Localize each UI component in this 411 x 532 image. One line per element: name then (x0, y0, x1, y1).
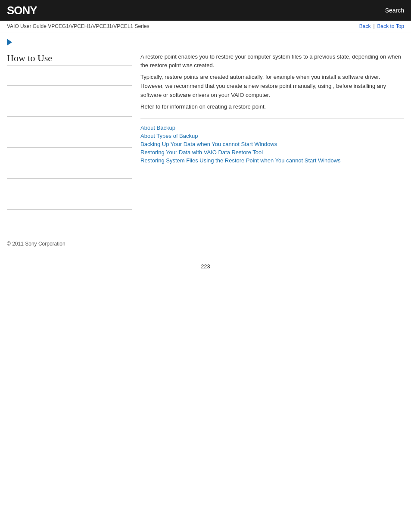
sidebar-item[interactable] (7, 101, 132, 117)
sidebar-item[interactable] (7, 70, 132, 86)
sidebar-item[interactable] (7, 148, 132, 163)
content-para1: A restore point enables you to restore y… (140, 53, 404, 71)
content-divider-bottom (140, 170, 404, 170)
content-body: A restore point enables you to restore y… (140, 53, 404, 112)
link-about-types-of-backup[interactable]: About Types of Backup (140, 133, 404, 139)
back-link[interactable]: Back (359, 23, 371, 29)
sidebar-item[interactable] (7, 117, 132, 132)
sony-logo: SONY (7, 4, 37, 17)
sidebar-item[interactable] (7, 132, 132, 148)
link-restoring-data[interactable]: Restoring Your Data with VAIO Data Resto… (140, 149, 404, 156)
copyright-text: © 2011 Sony Corporation (7, 241, 65, 247)
link-restoring-system-files[interactable]: Restoring System Files Using the Restore… (140, 157, 404, 164)
main-layout: How to Use A restore point enables you t… (0, 48, 411, 234)
header: SONY Search (0, 0, 411, 21)
expand-arrow-icon[interactable] (7, 39, 12, 46)
content-area: A restore point enables you to restore y… (140, 53, 404, 225)
guide-title: VAIO User Guide VPCEG1/VPCEH1/VPCEJ1/VPC… (7, 23, 149, 29)
sidebar: How to Use (7, 53, 132, 225)
expand-area (0, 32, 411, 48)
page-number: 223 (0, 250, 411, 274)
search-button[interactable]: Search (385, 7, 404, 14)
link-about-backup[interactable]: About Backup (140, 124, 404, 131)
sidebar-item[interactable] (7, 210, 132, 225)
nav-separator: | (373, 23, 374, 29)
content-para2: Typically, restore points are created au… (140, 73, 404, 100)
sidebar-title: How to Use (7, 53, 132, 66)
nav-links: Back | Back to Top (359, 23, 404, 29)
breadcrumb-bar: VAIO User Guide VPCEG1/VPCEH1/VPCEJ1/VPC… (0, 21, 411, 32)
sidebar-item[interactable] (7, 163, 132, 179)
footer: © 2011 Sony Corporation (0, 234, 411, 250)
sidebar-item[interactable] (7, 179, 132, 194)
link-backing-up-data[interactable]: Backing Up Your Data when You cannot Sta… (140, 141, 404, 147)
links-section: About Backup About Types of Backup Backi… (140, 124, 404, 164)
sidebar-item[interactable] (7, 194, 132, 210)
back-to-top-link[interactable]: Back to Top (377, 23, 404, 29)
content-para3: Refer to for information on creating a r… (140, 103, 404, 112)
content-divider-top (140, 118, 404, 118)
sidebar-item[interactable] (7, 86, 132, 101)
